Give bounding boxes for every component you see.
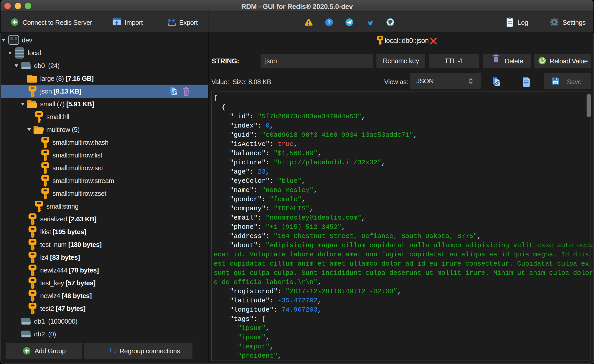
- svg-text:?: ?: [328, 19, 331, 25]
